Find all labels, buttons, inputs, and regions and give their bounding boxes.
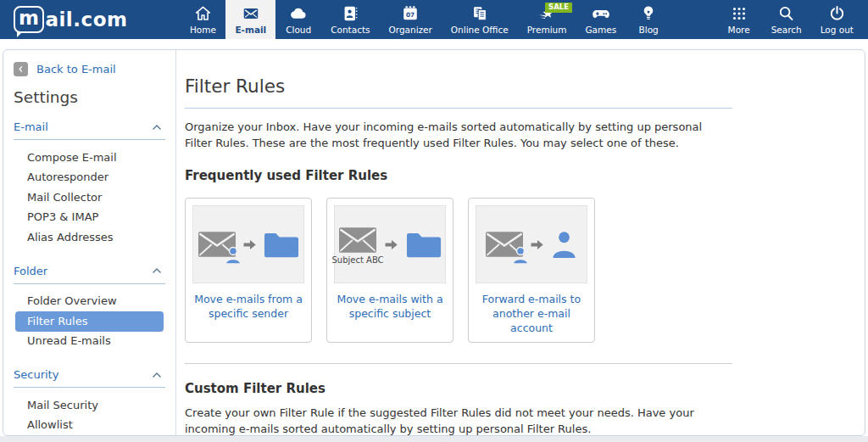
logo-text: ail.com xyxy=(45,8,127,31)
nav-premium-label: Premium xyxy=(527,25,567,35)
sidebar-email-list: Compose E-mail Autoresponder Mail Collec… xyxy=(14,148,165,248)
custom-rules-heading: Custom Filter Rules xyxy=(185,381,732,396)
person-small-icon xyxy=(224,246,242,264)
subject-caption: Subject ABC xyxy=(332,255,384,265)
envelope-sender-icon xyxy=(486,232,523,257)
nav-organizer-label: Organizer xyxy=(389,25,432,35)
card-move-from-sender[interactable]: Move e-mails from a specific sender xyxy=(185,198,312,343)
envelope-subject-icon: Subject ABC xyxy=(339,227,376,253)
nav-premium[interactable]: SALE Premium xyxy=(518,0,576,39)
sidebar-item-pop3-imap[interactable]: POP3 & IMAP xyxy=(14,208,165,228)
games-icon xyxy=(590,4,612,23)
sidebar-section-email-header[interactable]: E-mail xyxy=(14,120,165,140)
sidebar-item-alias-addresses[interactable]: Alias Addresses xyxy=(14,227,165,248)
nav-games[interactable]: Games xyxy=(576,0,626,39)
envelope-sender-icon xyxy=(198,232,236,257)
nav-blog-label: Blog xyxy=(639,25,659,35)
logout-power-icon xyxy=(827,4,847,23)
sidebar-section-security: Security Mail Security Allowlist Blockli… xyxy=(14,368,165,436)
blog-icon xyxy=(638,4,659,23)
chevron-up-icon xyxy=(152,124,162,131)
person-small-icon xyxy=(511,246,530,264)
nav-home-label: Home xyxy=(190,25,216,35)
sidebar-item-filter-rules[interactable]: Filter Rules xyxy=(15,311,164,332)
sidebar-security-list: Mail Security Allowlist Blocklist Extern… xyxy=(14,395,165,436)
logo-speech-bubble: m xyxy=(14,6,44,32)
main-content: Filter Rules Organize your Inbox. Have y… xyxy=(176,50,865,435)
sale-badge: SALE xyxy=(545,3,572,13)
home-icon xyxy=(193,4,213,23)
nav-contacts-label: Contacts xyxy=(331,25,370,35)
sidebar-item-autoresponder[interactable]: Autoresponder xyxy=(14,168,165,188)
folder-icon xyxy=(264,231,299,258)
person-large-icon xyxy=(551,231,577,258)
secondary-nav: More Search Log out xyxy=(716,0,863,39)
sidebar-item-folder-overview[interactable]: Folder Overview xyxy=(14,292,165,312)
page-title: Filter Rules xyxy=(185,76,732,109)
nav-search[interactable]: Search xyxy=(762,0,811,39)
nav-online-office[interactable]: Online Office xyxy=(442,0,518,39)
cloud-icon xyxy=(288,4,309,23)
sidebar-section-security-title: Security xyxy=(14,368,58,381)
primary-nav: Home E-mail Cloud Contacts 07 Organizer xyxy=(180,0,671,39)
organizer-icon: 07 xyxy=(400,4,420,23)
sidebar-item-mail-security[interactable]: Mail Security xyxy=(14,395,165,416)
nav-more[interactable]: More xyxy=(716,0,762,39)
sidebar-section-folder-title: Folder xyxy=(14,265,47,277)
settings-sidebar: Back to E-mail Settings E-mail Compose E… xyxy=(3,50,176,435)
nav-search-label: Search xyxy=(771,25,802,35)
organizer-day-text: 07 xyxy=(406,11,415,19)
sidebar-section-security-header[interactable]: Security xyxy=(14,368,165,388)
card-move-with-subject-label: Move e-mails with a specific subject xyxy=(334,292,446,321)
search-icon xyxy=(776,4,796,23)
nav-logout[interactable]: Log out xyxy=(811,0,863,39)
back-to-email-link[interactable]: Back to E-mail xyxy=(14,62,165,76)
nav-organizer[interactable]: 07 Organizer xyxy=(380,0,442,39)
intro-text: Organize your Inbox. Have your incoming … xyxy=(185,119,732,151)
online-office-icon xyxy=(470,4,490,23)
back-to-email-label: Back to E-mail xyxy=(36,63,116,76)
email-icon xyxy=(241,4,261,23)
card-forward-to-account[interactable]: Forward e-mails to another e-mail accoun… xyxy=(468,198,595,343)
card-forward-to-account-label: Forward e-mails to another e-mail accoun… xyxy=(476,292,587,335)
nav-online-office-label: Online Office xyxy=(451,25,509,35)
nav-more-label: More xyxy=(728,25,750,35)
more-grid-icon xyxy=(730,4,748,23)
sidebar-section-folder-header[interactable]: Folder xyxy=(14,265,165,284)
chevron-up-icon xyxy=(152,372,162,378)
section-divider xyxy=(185,363,732,364)
nav-logout-label: Log out xyxy=(821,25,854,35)
settings-title: Settings xyxy=(14,88,165,106)
frequent-rules-heading: Frequently used Filter Rules xyxy=(185,168,732,183)
sidebar-item-allowlist[interactable]: Allowlist xyxy=(14,416,165,436)
sidebar-item-compose-email[interactable]: Compose E-mail xyxy=(14,148,165,168)
top-navbar: mail.com Home E-mail Cloud Contacts xyxy=(0,0,868,39)
arrow-right-icon xyxy=(530,239,544,250)
folder-icon xyxy=(406,231,442,258)
card-move-with-subject[interactable]: Subject ABC Move e-mails with a specific… xyxy=(326,198,453,343)
nav-contacts[interactable]: Contacts xyxy=(321,0,379,39)
sidebar-folder-list: Folder Overview Filter Rules Unread E-ma… xyxy=(14,292,165,352)
nav-blog[interactable]: Blog xyxy=(626,0,671,39)
nav-games-label: Games xyxy=(585,25,616,35)
premium-star-icon: SALE xyxy=(536,4,558,23)
sidebar-section-email: E-mail Compose E-mail Autoresponder Mail… xyxy=(14,120,165,248)
sidebar-item-unread-emails[interactable]: Unread E-mails xyxy=(14,332,165,352)
arrow-right-icon xyxy=(242,239,257,250)
contacts-icon xyxy=(340,4,360,23)
nav-email-label: E-mail xyxy=(235,25,266,35)
sidebar-item-mail-collector[interactable]: Mail Collector xyxy=(14,187,165,208)
chevron-up-icon xyxy=(152,267,162,274)
sidebar-section-email-title: E-mail xyxy=(14,120,48,133)
nav-cloud[interactable]: Cloud xyxy=(275,0,321,39)
nav-email[interactable]: E-mail xyxy=(225,0,275,39)
card-forward-to-account-art xyxy=(476,205,587,283)
back-chevron-icon xyxy=(14,62,28,76)
sidebar-section-folder: Folder Folder Overview Filter Rules Unre… xyxy=(14,265,165,352)
nav-cloud-label: Cloud xyxy=(286,25,311,35)
card-move-from-sender-label: Move e-mails from a specific sender xyxy=(192,292,304,321)
arrow-right-icon xyxy=(384,239,398,250)
mailcom-logo[interactable]: mail.com xyxy=(14,0,127,39)
settings-panel: Back to E-mail Settings E-mail Compose E… xyxy=(3,49,865,436)
nav-home[interactable]: Home xyxy=(180,0,225,39)
